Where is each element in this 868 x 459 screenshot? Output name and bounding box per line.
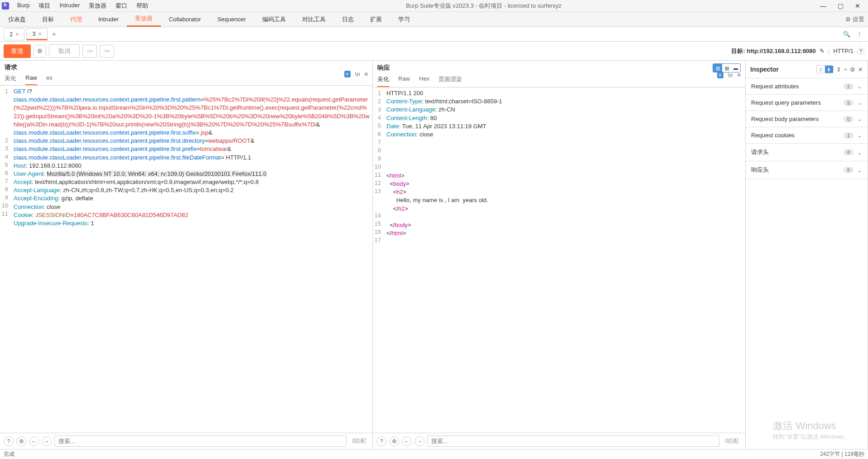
newline-icon[interactable]: \n xyxy=(728,72,733,78)
request-view-tab[interactable]: Raw xyxy=(25,74,37,85)
inspector-row-name: Request body parameters xyxy=(751,116,844,122)
forward-button[interactable]: >▾ xyxy=(100,45,114,58)
response-view-tab[interactable]: 页面渲染 xyxy=(439,75,462,87)
request-editor[interactable]: 1234567891011 GET /?class.module.classLo… xyxy=(0,86,372,433)
target-label: 目标: http://192.168.0.112:8080 xyxy=(731,47,815,55)
inspector-row[interactable]: 响应头5⌄ xyxy=(746,161,868,179)
inspector-row-name: Request query parameters xyxy=(751,99,844,106)
response-view-tab[interactable]: 美化 xyxy=(377,75,389,87)
minimize-button[interactable]: — xyxy=(815,2,832,10)
main-tab[interactable]: 学习 xyxy=(390,12,418,27)
more-icon[interactable]: ⋮ xyxy=(854,29,864,39)
layout-single-icon[interactable]: ▬ xyxy=(731,64,740,72)
close-button[interactable]: ✕ xyxy=(849,2,866,10)
send-button[interactable]: 发送 xyxy=(4,44,31,58)
main-tab[interactable]: Sequencer xyxy=(209,12,254,27)
search-icon[interactable]: 🔍 xyxy=(842,29,852,39)
close-icon[interactable]: × xyxy=(15,31,19,38)
response-view-tab[interactable]: Raw xyxy=(398,75,410,87)
response-panel: 响应 ▥ ▤ ▬ 美化RawHex页面渲染 ≡ \n ≡ 12345678910… xyxy=(373,61,746,449)
chevron-down-icon: ⌄ xyxy=(857,116,862,122)
newline-icon[interactable]: \n xyxy=(355,71,360,77)
inspector-row[interactable]: 请求头8⌄ xyxy=(746,144,868,161)
gear-icon[interactable]: ⚙ xyxy=(16,436,26,446)
chevron-down-icon: ⌄ xyxy=(857,149,862,156)
main-tab[interactable]: 代理 xyxy=(62,12,90,27)
repeater-tab[interactable]: 3× xyxy=(26,28,47,40)
view-toggle-icon[interactable]: ≡ xyxy=(344,71,351,77)
inspector-row-count: 0 xyxy=(844,116,854,122)
inspector-layout-toggle[interactable]: ▯ ▮ xyxy=(816,65,834,73)
main-tab[interactable]: 编码工具 xyxy=(254,12,294,27)
forward-icon[interactable]: → xyxy=(415,436,424,446)
menu-item[interactable]: Burp xyxy=(13,1,34,11)
layout-rows-icon[interactable]: ▤ xyxy=(722,64,731,72)
menu-item[interactable]: 帮助 xyxy=(132,1,153,11)
inspector-row-name: 请求头 xyxy=(751,148,844,156)
gear-icon[interactable]: ⚙ xyxy=(389,436,399,446)
app-icon xyxy=(2,2,9,10)
settings-button[interactable]: ⚙ 设置 xyxy=(845,15,864,24)
response-search-bar: ? ⚙ ← → 0匹配 xyxy=(373,433,745,449)
main-tab[interactable]: 重放器 xyxy=(127,12,161,27)
request-search-bar: ? ⚙ ← → 0匹配 xyxy=(0,433,372,449)
view-toggle-icon[interactable]: ≡ xyxy=(717,72,723,78)
add-tab-button[interactable]: + xyxy=(48,29,60,39)
response-title: 响应 xyxy=(377,64,390,72)
forward-icon[interactable]: → xyxy=(42,436,52,446)
layout-columns-icon[interactable]: ▥ xyxy=(713,64,722,72)
inspector-row-name: Request attributes xyxy=(751,83,844,90)
inspector-panel: Inspector ▯ ▮ ⇕ ÷ ⚙ ✕ Request attributes… xyxy=(746,61,868,449)
response-view-tab[interactable]: Hex xyxy=(419,75,429,87)
main-tab[interactable]: Collaborator xyxy=(161,12,209,27)
menu-item[interactable]: Intruder xyxy=(55,1,84,11)
cancel-button[interactable]: 取消 xyxy=(49,44,80,58)
inspector-row[interactable]: Request body parameters0⌄ xyxy=(746,111,868,127)
main-tab[interactable]: 日志 xyxy=(334,12,362,27)
protocol-label[interactable]: HTTP/1 xyxy=(833,48,854,54)
back-icon[interactable]: ← xyxy=(29,436,39,446)
close-icon[interactable]: × xyxy=(38,31,41,37)
menu-item[interactable]: 项目 xyxy=(34,1,55,11)
help-icon[interactable]: ? xyxy=(857,48,864,55)
layout-b-icon[interactable]: ▮ xyxy=(825,66,833,73)
request-title: 请求 xyxy=(5,63,17,72)
chevron-down-icon: ⌄ xyxy=(857,99,862,106)
main-tab[interactable]: 仪表盘 xyxy=(0,12,34,27)
help-icon[interactable]: ? xyxy=(376,436,386,446)
main-tab[interactable]: Intruder xyxy=(90,12,127,27)
inspector-row-count: 5 xyxy=(844,100,854,106)
back-icon[interactable]: ← xyxy=(402,436,412,446)
search-input[interactable] xyxy=(427,435,719,447)
request-view-tab[interactable]: 美化 xyxy=(5,74,16,85)
request-view-tab[interactable]: ex xyxy=(46,74,53,85)
inspector-row[interactable]: Request attributes2⌄ xyxy=(746,78,868,95)
menu-item[interactable]: 窗口 xyxy=(111,1,132,11)
edit-target-icon[interactable]: ✎ xyxy=(820,48,825,54)
main-tab[interactable]: 对比工具 xyxy=(294,12,334,27)
menu-item[interactable]: 重放器 xyxy=(84,1,111,11)
layout-a-icon[interactable]: ▯ xyxy=(817,66,825,73)
gear-icon[interactable]: ⚙ xyxy=(34,45,46,58)
help-icon[interactable]: ? xyxy=(4,436,14,446)
search-input[interactable] xyxy=(54,435,347,447)
sub-tabs: 2×3× + 🔍 ⋮ xyxy=(0,27,868,42)
hamburger-icon[interactable]: ≡ xyxy=(364,71,368,77)
expand-icon[interactable]: ⇕ xyxy=(836,66,841,73)
main-tab[interactable]: 目标 xyxy=(34,12,62,27)
chevron-down-icon: ⌄ xyxy=(857,167,862,174)
response-editor[interactable]: 1234567891011121314151617 HTTP/1.1 200 C… xyxy=(373,87,745,433)
close-icon[interactable]: ✕ xyxy=(858,66,863,73)
inspector-row[interactable]: Request query parameters5⌄ xyxy=(746,95,868,111)
main-tabs: 仪表盘目标代理Intruder重放器CollaboratorSequencer编… xyxy=(0,12,868,27)
collapse-icon[interactable]: ÷ xyxy=(844,66,847,73)
maximize-button[interactable]: ▢ xyxy=(832,2,849,10)
hamburger-icon[interactable]: ≡ xyxy=(737,72,741,78)
main-tab[interactable]: 扩展 xyxy=(362,12,390,27)
back-button[interactable]: <▾ xyxy=(82,45,97,58)
gear-icon[interactable]: ⚙ xyxy=(850,66,855,73)
inspector-row[interactable]: Request cookies1⌄ xyxy=(746,127,868,144)
inspector-row-count: 2 xyxy=(844,83,854,90)
repeater-tab[interactable]: 2× xyxy=(4,28,24,40)
layout-toggle[interactable]: ▥ ▤ ▬ xyxy=(713,63,741,72)
